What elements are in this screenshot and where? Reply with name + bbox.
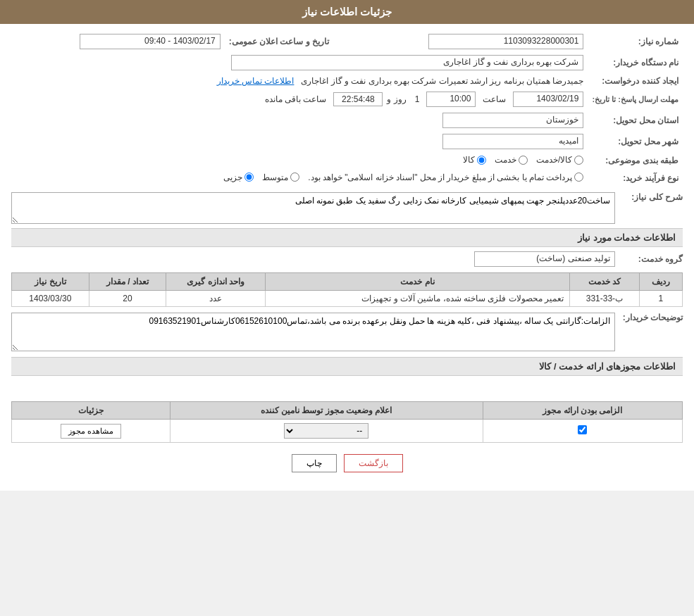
col-row-num: ردیف [639, 273, 682, 291]
info-table: شماره نیاز: 1103093228000301 تاریخ و ساع… [11, 31, 683, 187]
buyer-org-label: نام دستگاه خریدار: [588, 52, 683, 73]
services-table-body: 1 ب-33-331 تعمیر محصولات فلزی ساخته شده،… [12, 291, 683, 307]
category-row: طبقه بندی موضوعی: کالا/خدمت خدمت [11, 152, 683, 170]
timer-section: 1403/02/19 ساعت 10:00 1 روز و 22:54:48 س… [16, 92, 583, 107]
process-radio-group: پرداخت تمام یا بخشی از مبلغ خریدار از مح… [223, 172, 583, 182]
col-quantity: تعداد / مقدار [89, 273, 166, 291]
city-label: شهر محل تحویل: [588, 131, 683, 152]
province-row: استان محل تحویل: خوزستان [11, 110, 683, 131]
permissions-table-body: -- مشاهده مجوز [12, 420, 683, 443]
col-service-code: کد خدمت [570, 273, 640, 291]
category-label-kala-khedmat: کالا/خدمت [536, 155, 572, 165]
category-option-kala: کالا [463, 155, 486, 165]
service-group-value: تولید صنعتی (ساخت) [474, 251, 615, 267]
main-content: شماره نیاز: 1103093228000301 تاریخ و ساع… [0, 24, 694, 491]
remaining-value: 22:54:48 [333, 92, 383, 106]
services-section-title: اطلاعات خدمات مورد نیاز [11, 228, 683, 247]
cell-service-name: تعمیر محصولات فلزی ساخته شده، ماشین آلات… [265, 291, 569, 307]
permissions-table-header: الزامی بودن ارائه مجوز اعلام وضعیت مجوز … [12, 402, 683, 420]
category-option-khedmat: خدمت [495, 155, 528, 165]
send-time-label: ساعت [483, 94, 506, 104]
send-days-value: 1 [415, 94, 420, 104]
perm-col-required: الزامی بودن ارائه مجوز [483, 402, 682, 420]
need-number-label: شماره نیاز: [588, 31, 683, 52]
send-date-row: مهلت ارسال پاسخ: تا تاریخ: 1403/02/19 سا… [11, 89, 683, 110]
process-label-medium: متوسط [262, 172, 288, 182]
permissions-spacer [11, 380, 683, 401]
cell-date: 1403/03/30 [12, 291, 89, 307]
col-unit: واحد اندازه گیری [166, 273, 265, 291]
perm-status-cell: -- [170, 420, 483, 443]
creator-label: ایجاد کننده درخواست: [588, 73, 683, 89]
process-option-note: پرداخت تمام یا بخشی از مبلغ خریدار از مح… [308, 172, 583, 182]
category-radio-kala[interactable] [477, 156, 486, 165]
city-value: امیدیه [442, 134, 583, 149]
send-date-label: مهلت ارسال پاسخ: تا تاریخ: [588, 89, 683, 110]
view-permit-button[interactable]: مشاهده مجوز [61, 424, 121, 439]
permissions-table: الزامی بودن ارائه مجوز اعلام وضعیت مجوز … [11, 401, 683, 443]
category-radio-khedmat[interactable] [519, 156, 528, 165]
back-button[interactable]: بازگشت [344, 454, 403, 472]
category-radio-group: کالا/خدمت خدمت کالا [463, 155, 583, 165]
print-button[interactable]: چاپ [292, 454, 337, 472]
perm-col-status: اعلام وضعیت مجوز توسط نامین کننده [170, 402, 483, 420]
category-option-kala-khedmat: کالا/خدمت [536, 155, 583, 165]
process-radio-medium[interactable] [290, 172, 299, 182]
send-date-value: 1403/02/19 [513, 92, 583, 107]
province-value: خوزستان [442, 113, 583, 128]
description-section: شرح کلی نیاز: [11, 192, 683, 224]
perm-status-select[interactable]: -- [284, 423, 368, 439]
service-group-row: گروه خدمت: تولید صنعتی (ساخت) [11, 251, 683, 267]
process-label: نوع فرآیند خرید: [588, 170, 683, 187]
process-row: نوع فرآیند خرید: پرداخت تمام یا بخشی از … [11, 170, 683, 187]
process-option-medium: متوسط [262, 172, 299, 182]
buyer-desc-label: توضیحات خریدار: [619, 313, 683, 322]
buyer-desc-textarea[interactable] [11, 313, 615, 351]
perm-required-checkbox[interactable] [578, 425, 587, 434]
col-date: تاریخ نیاز [12, 273, 89, 291]
page-title: جزئیات اطلاعات نیاز [302, 6, 392, 18]
process-radio-note[interactable] [574, 172, 583, 182]
perm-details-cell: مشاهده مجوز [12, 420, 171, 443]
table-row: 1 ب-33-331 تعمیر محصولات فلزی ساخته شده،… [12, 291, 683, 307]
remaining-label: ساعت باقی مانده [265, 94, 327, 104]
province-label: استان محل تحویل: [588, 110, 683, 131]
service-group-label: گروه خدمت: [619, 254, 683, 264]
buyer-org-row: نام دستگاه خریدار: شرکت بهره برداری نفت … [11, 52, 683, 73]
col-service-name: نام خدمت [265, 273, 569, 291]
category-label-kala: کالا [463, 155, 475, 165]
permissions-section-title: اطلاعات مجوزهای ارائه خدمت / کالا [11, 357, 683, 376]
send-time-value: 10:00 [426, 92, 476, 107]
process-label-note: پرداخت تمام یا بخشی از مبلغ خریدار از مح… [308, 172, 572, 182]
buyer-desc-section: توضیحات خریدار: [11, 313, 683, 351]
process-label-small: جزیی [223, 172, 242, 182]
description-label: شرح کلی نیاز: [619, 192, 683, 202]
cell-row-num: 1 [639, 291, 682, 307]
category-radio-kala-khedmat[interactable] [574, 156, 583, 165]
description-textarea[interactable] [11, 192, 615, 224]
cell-quantity: 20 [89, 291, 166, 307]
list-item: -- مشاهده مجوز [12, 420, 683, 443]
services-table: ردیف کد خدمت نام خدمت واحد اندازه گیری ت… [11, 272, 683, 307]
buyer-org-value: شرکت بهره برداری نفت و گاز اغاجاری [231, 55, 583, 70]
announce-label: تاریخ و ساعت اعلان عمومی: [225, 31, 333, 52]
creator-value: جمیدرضا همتیان برنامه ریز ارشد تعمیرات ش… [301, 76, 583, 86]
process-option-small: جزیی [223, 172, 254, 182]
page-header: جزئیات اطلاعات نیاز [0, 0, 694, 24]
cell-service-code: ب-33-331 [570, 291, 640, 307]
announce-value: 1403/02/17 - 09:40 [80, 34, 221, 49]
bottom-buttons: بازگشت چاپ [11, 443, 683, 484]
page-wrapper: جزئیات اطلاعات نیاز شماره نیاز: 11030932… [0, 0, 694, 491]
perm-required-cell [483, 420, 682, 443]
services-table-header: ردیف کد خدمت نام خدمت واحد اندازه گیری ت… [12, 273, 683, 291]
creator-contact-link[interactable]: اطلاعات تماس خریدار [217, 76, 295, 86]
send-days-label: روز و [387, 94, 406, 104]
process-radio-small[interactable] [244, 172, 254, 182]
cell-unit: عدد [166, 291, 265, 307]
creator-row: ایجاد کننده درخواست: جمیدرضا همتیان برنا… [11, 73, 683, 89]
perm-col-details: جزئیات [12, 402, 171, 420]
need-number-value: 1103093228000301 [428, 34, 583, 49]
category-label: طبقه بندی موضوعی: [588, 152, 683, 170]
category-label-khedmat: خدمت [495, 155, 516, 165]
city-row: شهر محل تحویل: امیدیه [11, 131, 683, 152]
